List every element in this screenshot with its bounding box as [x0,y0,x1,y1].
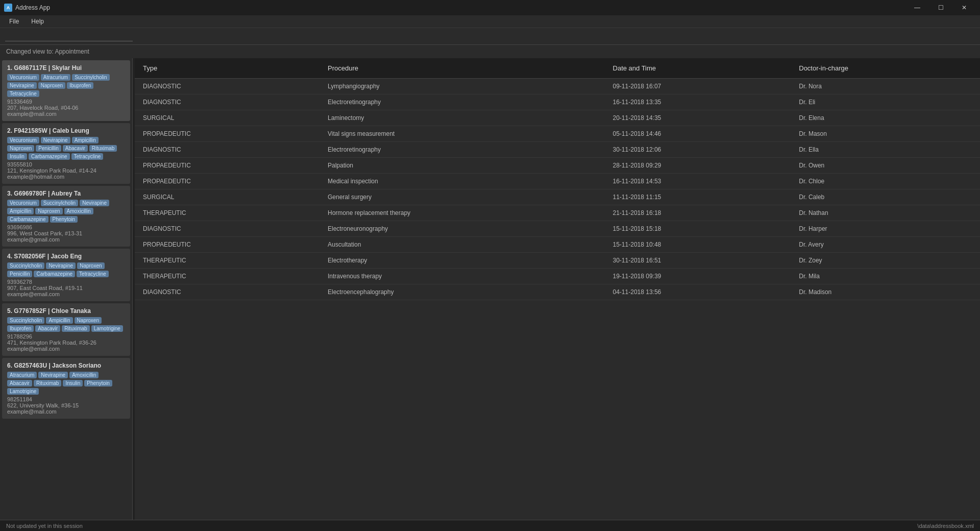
cell-type: PROPAEDEUTIC [135,174,320,189]
medication-tag: Carbamazepine [34,271,75,277]
table-row[interactable]: DIAGNOSTICElectroencephalography04-11-20… [135,284,980,300]
patient-phone: 91336469 [7,99,125,105]
cell-type: THERAPEUTIC [135,253,320,269]
table-row[interactable]: SURGICALGeneral surgery11-11-2018 11:15D… [135,189,980,205]
patient-name: 1. G6867117E | Skylar Hui [7,64,125,71]
medication-tag: Phenytoin [84,380,112,387]
medication-tag: Carbamazepine [7,216,48,223]
medication-tag: Tetracycline [71,153,104,160]
cell-datetime: 16-11-2018 13:35 [605,94,791,110]
cell-datetime: 30-11-2018 16:51 [605,253,791,269]
status-message: Changed view to: Appointment [0,45,980,58]
cell-type: PROPAEDEUTIC [135,237,320,253]
cell-procedure: Vital signs measurement [320,126,605,142]
cell-procedure: Electroneuronography [320,221,605,237]
patient-address: 121, Kensington Park Road, #14-24 [7,167,125,174]
table-row[interactable]: DIAGNOSTICElectroretinography30-11-2018 … [135,142,980,158]
menu-bar: File Help [0,15,980,28]
cell-type: SURGICAL [135,110,320,126]
status-bar: Not updated yet in this session \data\ad… [0,520,980,531]
patient-name: 6. G8257463U | Jackson Soriano [7,362,125,369]
tags-row: AtracuriumNevirapineAmoxicillinAbacavirR… [7,372,125,395]
cell-procedure: Palpation [320,158,605,174]
medication-tag: Nevirapine [38,372,68,378]
medication-tag: Nevirapine [46,262,76,269]
cell-datetime: 21-11-2018 16:18 [605,205,791,221]
menu-help[interactable]: Help [26,17,49,26]
cell-procedure: Electroretinography [320,94,605,110]
cell-type: PROPAEDEUTIC [135,126,320,142]
medication-tag: Ampicillin [7,208,34,214]
patient-email: example@mail.com [7,408,125,415]
medication-tag: Naproxen [35,208,62,214]
medication-tag: Naproxen [7,145,34,152]
table-row[interactable]: PROPAEDEUTICPalpation28-11-2018 09:29Dr.… [135,158,980,174]
cell-datetime: 11-11-2018 11:15 [605,189,791,205]
medication-tag: Ampicillin [72,137,99,143]
patient-card[interactable]: 6. G8257463U | Jackson SorianoAtracurium… [2,358,130,419]
patient-email: example@email.com [7,346,125,352]
col-datetime: Date and Time [605,58,791,79]
medication-tag: Nevirapine [41,137,70,143]
cell-doctor: Dr. Owen [791,158,980,174]
medication-tag: Insulin [63,380,83,387]
table-row[interactable]: DIAGNOSTICElectroneuronography15-11-2018… [135,221,980,237]
status-bar-left: Not updated yet in this session [6,523,83,529]
table-row[interactable]: PROPAEDEUTICMedical inspection16-11-2018… [135,174,980,189]
patient-name: 4. S7082056F | Jacob Eng [7,253,125,260]
cell-type: DIAGNOSTIC [135,79,320,94]
patient-card[interactable]: 3. G6969780F | Aubrey TaVecuroniumSuccin… [2,186,130,247]
patient-email: example@gmail.com [7,236,125,243]
table-row[interactable]: THERAPEUTICIntravenous therapy19-11-2018… [135,269,980,284]
title-bar: A Address App — ☐ ✕ [0,0,980,15]
cell-doctor: Dr. Zoey [791,253,980,269]
patient-card[interactable]: 5. G7767852F | Chloe TanakaSuccinylcholi… [2,303,130,356]
medication-tag: Ibuprofen [7,325,34,332]
cell-datetime: 16-11-2018 14:53 [605,174,791,189]
cell-procedure: Lymphangiography [320,79,605,94]
cell-procedure: Electrotherapy [320,253,605,269]
minimize-button[interactable]: — [905,0,929,15]
cell-procedure: Intravenous therapy [320,269,605,284]
cell-type: DIAGNOSTIC [135,142,320,158]
table-row[interactable]: DIAGNOSTICLymphangiography09-11-2018 16:… [135,79,980,94]
table-row[interactable]: SURGICALLaminectomy20-11-2018 14:35Dr. E… [135,110,980,126]
cell-procedure: Medical inspection [320,174,605,189]
table-row[interactable]: PROPAEDEUTICAuscultation15-11-2018 10:48… [135,237,980,253]
menu-file[interactable]: File [4,17,24,26]
cell-datetime: 09-11-2018 16:07 [605,79,791,94]
patient-card[interactable]: 4. S7082056F | Jacob EngSuccinylcholinNe… [2,249,130,301]
medication-tag: Vecuronium [7,74,39,81]
table-row[interactable]: PROPAEDEUTICVital signs measurement05-11… [135,126,980,142]
medication-tag: Ampicillin [46,317,72,324]
status-bar-right: \data\addressbook.xml [917,523,974,529]
patient-card[interactable]: 1. G6867117E | Skylar HuiVecuroniumAtrac… [2,60,130,121]
cell-type: THERAPEUTIC [135,205,320,221]
table-row[interactable]: THERAPEUTICHormone replacement therapy21… [135,205,980,221]
medication-tag: Lamotrigine [7,388,39,395]
col-doctor: Doctor-in-charge [791,58,980,79]
tags-row: VecuroniumSuccinylcholinNevirapineAmpici… [7,200,125,223]
cell-type: DIAGNOSTIC [135,94,320,110]
medication-tag: Lamotrigine [91,325,123,332]
cell-doctor: Dr. Caleb [791,189,980,205]
medication-tag: Naproxen [77,262,104,269]
cell-procedure: Electroretinography [320,142,605,158]
tags-row: VecuroniumNevirapineAmpicillinNaproxenPe… [7,137,125,160]
close-button[interactable]: ✕ [952,0,976,15]
cell-doctor: Dr. Elena [791,110,980,126]
patient-list[interactable]: 1. G6867117E | Skylar HuiVecuroniumAtrac… [0,58,133,520]
patient-email: example@mail.com [7,111,125,117]
maximize-button[interactable]: ☐ [929,0,952,15]
cell-type: PROPAEDEUTIC [135,158,320,174]
medication-tag: Succinylcholin [7,262,44,269]
title-bar-controls: — ☐ ✕ [905,0,976,15]
cell-datetime: 30-11-2018 12:06 [605,142,791,158]
search-input[interactable] [5,31,133,41]
table-row[interactable]: DIAGNOSTICElectroretinography16-11-2018 … [135,94,980,110]
cell-datetime: 04-11-2018 13:56 [605,284,791,300]
patient-card[interactable]: 2. F9421585W | Caleb LeungVecuroniumNevi… [2,123,130,184]
table-row[interactable]: THERAPEUTICElectrotherapy30-11-2018 16:5… [135,253,980,269]
patient-name: 2. F9421585W | Caleb Leung [7,127,125,134]
cell-type: DIAGNOSTIC [135,221,320,237]
